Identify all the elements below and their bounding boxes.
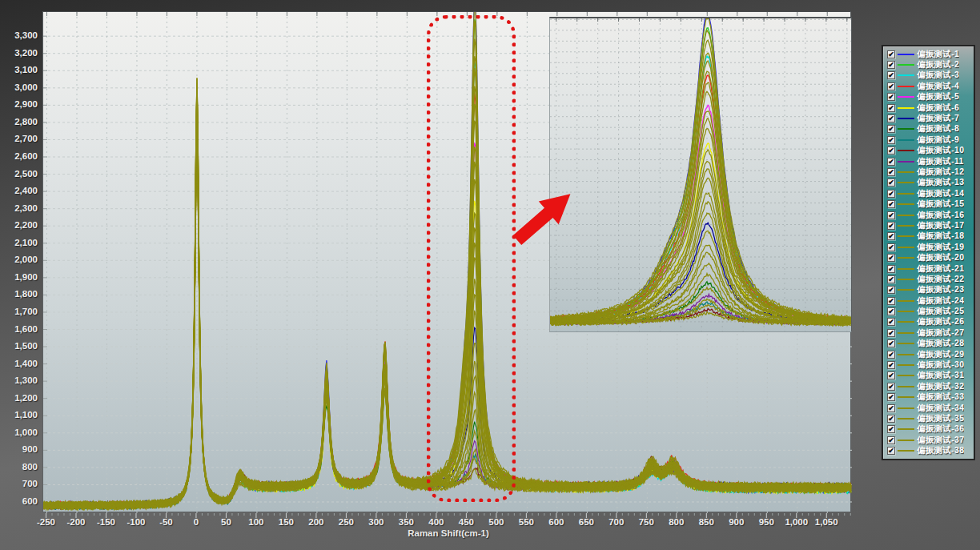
- legend-label: 偏振测试-7: [917, 113, 959, 124]
- legend-item-17[interactable]: ✔偏振测试-17: [886, 220, 971, 231]
- legend-checkbox-8[interactable]: ✔: [887, 125, 895, 133]
- legend-checkbox-10[interactable]: ✔: [887, 147, 895, 155]
- legend-item-25[interactable]: ✔偏振测试-25: [886, 306, 971, 316]
- legend-item-28[interactable]: ✔偏振测试-28: [886, 339, 971, 349]
- legend-checkbox-4[interactable]: ✔: [887, 82, 895, 90]
- legend-line-sample: [898, 364, 914, 366]
- legend-item-15[interactable]: ✔偏振测试-15: [886, 199, 971, 209]
- legend-item-8[interactable]: ✔偏振测试-8: [886, 124, 971, 134]
- legend-checkbox-2[interactable]: ✔: [887, 61, 895, 69]
- legend-checkbox-38[interactable]: ✔: [887, 447, 895, 455]
- legend-item-1[interactable]: ✔偏振测试-1: [886, 49, 971, 59]
- legend-checkbox-24[interactable]: ✔: [887, 297, 895, 305]
- legend-checkbox-26[interactable]: ✔: [887, 318, 895, 326]
- legend-checkbox-34[interactable]: ✔: [887, 404, 895, 412]
- legend-checkbox-25[interactable]: ✔: [887, 307, 895, 315]
- legend-item-3[interactable]: ✔偏振测试-3: [886, 70, 971, 81]
- legend-checkbox-21[interactable]: ✔: [887, 265, 895, 273]
- legend-line-sample: [898, 343, 914, 344]
- legend-item-27[interactable]: ✔偏振测试-27: [886, 327, 971, 338]
- legend-checkbox-19[interactable]: ✔: [887, 243, 895, 251]
- legend-checkbox-12[interactable]: ✔: [887, 168, 895, 176]
- y-tick-label: 1,500: [0, 340, 38, 351]
- legend-checkbox-27[interactable]: ✔: [887, 329, 895, 337]
- legend-item-31[interactable]: ✔偏振测试-31: [886, 371, 971, 381]
- legend-checkbox-16[interactable]: ✔: [887, 211, 895, 219]
- legend-label: 偏振测试-19: [917, 242, 964, 253]
- legend-line-sample: [898, 440, 914, 441]
- legend-checkbox-14[interactable]: ✔: [887, 190, 895, 198]
- legend-item-7[interactable]: ✔偏振测试-7: [886, 113, 971, 123]
- legend-checkbox-37[interactable]: ✔: [887, 436, 895, 444]
- legend-item-24[interactable]: ✔偏振测试-24: [886, 295, 971, 306]
- legend-checkbox-29[interactable]: ✔: [887, 351, 895, 359]
- legend-checkbox-17[interactable]: ✔: [887, 222, 895, 230]
- legend-line-sample: [898, 139, 914, 141]
- legend-checkbox-6[interactable]: ✔: [887, 104, 895, 112]
- legend-item-18[interactable]: ✔偏振测试-18: [886, 231, 971, 242]
- legend-checkbox-31[interactable]: ✔: [887, 371, 895, 379]
- legend-item-16[interactable]: ✔偏振测试-16: [886, 210, 971, 220]
- legend-line-sample: [898, 386, 914, 387]
- y-tick-label: 2,700: [0, 133, 38, 144]
- legend-item-9[interactable]: ✔偏振测试-9: [886, 134, 971, 145]
- legend-checkbox-18[interactable]: ✔: [887, 232, 895, 240]
- legend-item-33[interactable]: ✔偏振测试-33: [886, 392, 971, 403]
- legend-checkbox-28[interactable]: ✔: [887, 339, 895, 347]
- legend-item-34[interactable]: ✔偏振测试-34: [886, 403, 971, 413]
- legend-checkbox-15[interactable]: ✔: [887, 200, 895, 208]
- legend-checkbox-22[interactable]: ✔: [887, 275, 895, 283]
- legend-item-10[interactable]: ✔偏振测试-10: [886, 146, 971, 156]
- legend-item-5[interactable]: ✔偏振测试-5: [886, 92, 971, 102]
- legend-item-35[interactable]: ✔偏振测试-35: [886, 413, 971, 424]
- legend-label: 偏振测试-14: [917, 188, 964, 199]
- legend-label: 偏振测试-37: [917, 435, 964, 446]
- legend-item-29[interactable]: ✔偏振测试-29: [886, 349, 971, 359]
- legend-item-30[interactable]: ✔偏振测试-30: [886, 359, 971, 370]
- legend-item-11[interactable]: ✔偏振测试-11: [886, 156, 971, 167]
- legend-item-22[interactable]: ✔偏振测试-22: [886, 274, 971, 284]
- legend-item-14[interactable]: ✔偏振测试-14: [886, 188, 971, 199]
- zoom-inset-panel[interactable]: [549, 17, 852, 332]
- legend-item-19[interactable]: ✔偏振测试-19: [886, 242, 971, 252]
- legend-line-sample: [898, 107, 914, 109]
- legend-label: 偏振测试-34: [917, 403, 964, 414]
- legend-item-21[interactable]: ✔偏振测试-21: [886, 263, 971, 274]
- legend-item-26[interactable]: ✔偏振测试-26: [886, 317, 971, 327]
- legend-item-13[interactable]: ✔偏振测试-13: [886, 178, 971, 188]
- legend-checkbox-33[interactable]: ✔: [887, 393, 895, 401]
- legend-line-sample: [898, 407, 914, 409]
- legend-checkbox-7[interactable]: ✔: [887, 114, 895, 122]
- legend-checkbox-3[interactable]: ✔: [887, 71, 895, 79]
- y-tick-label: 2,000: [0, 254, 38, 265]
- legend-label: 偏振测试-8: [917, 123, 959, 134]
- legend-checkbox-35[interactable]: ✔: [887, 415, 895, 423]
- legend-label: 偏振测试-6: [917, 102, 959, 114]
- legend-item-6[interactable]: ✔偏振测试-6: [886, 102, 971, 113]
- legend-checkbox-23[interactable]: ✔: [887, 286, 895, 294]
- legend-item-36[interactable]: ✔偏振测试-36: [886, 424, 971, 435]
- legend-label: 偏振测试-1: [917, 49, 959, 60]
- legend-checkbox-32[interactable]: ✔: [887, 383, 895, 391]
- legend-checkbox-1[interactable]: ✔: [887, 50, 895, 58]
- legend-line-sample: [898, 86, 914, 87]
- legend-checkbox-11[interactable]: ✔: [887, 158, 895, 166]
- legend-label: 偏振测试-3: [917, 70, 959, 81]
- legend-item-12[interactable]: ✔偏振测试-12: [886, 167, 971, 177]
- legend-item-38[interactable]: ✔偏振测试-38: [886, 445, 971, 456]
- legend-item-2[interactable]: ✔偏振测试-2: [886, 59, 971, 70]
- legend-item-37[interactable]: ✔偏振测试-37: [886, 435, 971, 445]
- legend-item-32[interactable]: ✔偏振测试-32: [886, 381, 971, 391]
- legend-item-20[interactable]: ✔偏振测试-20: [886, 252, 971, 263]
- legend-checkbox-36[interactable]: ✔: [887, 425, 895, 433]
- legend-line-sample: [898, 150, 914, 151]
- legend-checkbox-13[interactable]: ✔: [887, 179, 895, 187]
- legend-item-4[interactable]: ✔偏振测试-4: [886, 81, 971, 91]
- legend-checkbox-5[interactable]: ✔: [887, 93, 895, 101]
- legend-checkbox-30[interactable]: ✔: [887, 361, 895, 369]
- legend-checkbox-9[interactable]: ✔: [887, 136, 895, 144]
- y-tick-label: 3,100: [0, 64, 38, 75]
- legend-item-23[interactable]: ✔偏振测试-23: [886, 285, 971, 295]
- legend-line-sample: [898, 225, 914, 227]
- legend-checkbox-20[interactable]: ✔: [887, 254, 895, 262]
